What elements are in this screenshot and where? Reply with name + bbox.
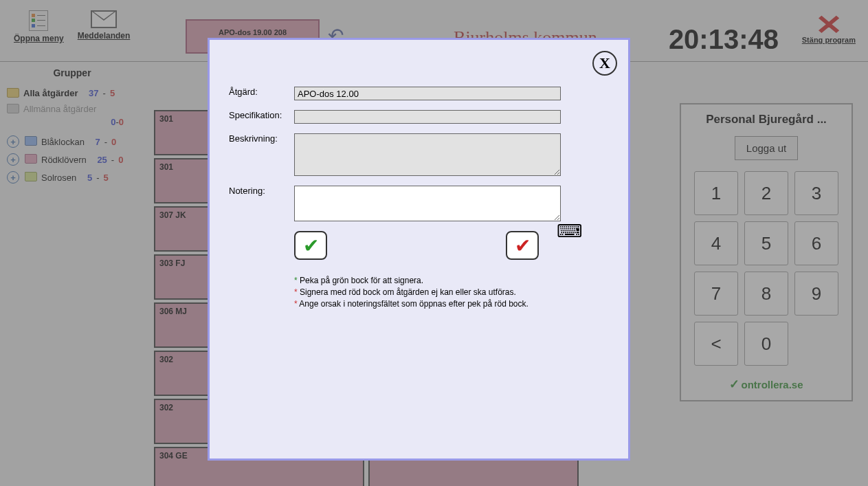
keyboard-icon[interactable]: ⌨ bbox=[557, 221, 583, 242]
signing-modal: X Åtgärd: Specifikation: Beskrivning: No… bbox=[208, 38, 630, 461]
sign-green-button[interactable]: ✔ bbox=[294, 231, 327, 260]
atgard-field bbox=[294, 87, 561, 100]
notering-field[interactable] bbox=[294, 186, 561, 221]
close-modal-button[interactable]: X bbox=[592, 51, 617, 76]
spec-label: Specifikation: bbox=[229, 110, 294, 120]
spec-field bbox=[294, 110, 561, 124]
besk-field bbox=[294, 133, 561, 176]
sign-red-button[interactable]: ✔ bbox=[506, 231, 539, 260]
atgard-label: Åtgärd: bbox=[229, 87, 294, 97]
not-label: Notering: bbox=[229, 186, 294, 196]
besk-label: Beskrivning: bbox=[229, 133, 294, 144]
hints: * Peka på grön bock för att signera. * S… bbox=[294, 275, 614, 309]
